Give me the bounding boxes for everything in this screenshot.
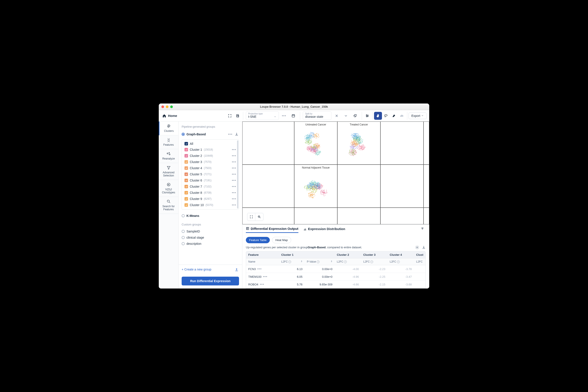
custom-group-radio[interactable]: SampleID	[182, 228, 239, 234]
subcol-l2fc[interactable]: L2FC?▲▼	[279, 258, 305, 265]
help-icon[interactable]: ?	[288, 260, 291, 263]
svg-point-921	[356, 152, 356, 152]
cluster-menu-button[interactable]: •••	[232, 166, 236, 170]
col-cluster5[interactable]: Clust	[414, 251, 426, 258]
cluster-row[interactable]: Cluster 6 (7191)•••	[183, 177, 237, 184]
splitby-expand-button[interactable]	[342, 112, 350, 120]
subcol-l2fc[interactable]: L2FC	[414, 258, 426, 265]
pan-tool-button[interactable]	[374, 112, 382, 120]
svg-point-2136	[309, 184, 309, 184]
help-icon[interactable]: ?	[397, 260, 400, 263]
plot-area[interactable]: Untreated Cancer Treated Cancer Normal A…	[242, 122, 429, 224]
cluster-menu-button[interactable]: •••	[232, 154, 236, 158]
subcol-name[interactable]: Name	[246, 258, 279, 265]
download-group-button[interactable]	[234, 132, 239, 137]
collapse-panel-button[interactable]	[420, 227, 424, 232]
home-button[interactable]: Home	[159, 114, 181, 118]
custom-group-radio[interactable]: clinical stage	[182, 234, 239, 240]
cluster-row[interactable]: Cluster 2 (10449)•••	[183, 153, 237, 159]
graph-based-radio[interactable]: Graph-Based •••	[182, 130, 239, 138]
close-window-icon[interactable]	[161, 106, 164, 108]
cluster-menu-button[interactable]: •••	[232, 148, 236, 152]
col-cluster2[interactable]: Cluster 2	[335, 251, 361, 258]
vtab-vdj[interactable]: V(D)J Clonotypes	[159, 180, 178, 197]
svg-point-860	[308, 135, 309, 135]
cluster-row[interactable]: Cluster 4 (7503)•••	[183, 165, 237, 171]
row-menu-button[interactable]: •••	[260, 282, 264, 286]
help-icon[interactable]: ?	[344, 260, 347, 263]
radio-on-icon	[182, 133, 185, 136]
projection-picker-button[interactable]	[289, 112, 297, 120]
svg-point-83	[312, 146, 312, 147]
row-menu-button[interactable]: •••	[263, 275, 267, 278]
custom-group-radio[interactable]: description	[182, 240, 239, 247]
fullscreen-button[interactable]	[226, 112, 234, 120]
cluster-menu-button[interactable]: •••	[232, 178, 236, 182]
cluster-menu-button[interactable]: •••	[232, 191, 236, 195]
filter-button[interactable]	[363, 112, 371, 120]
cluster-row[interactable]: Cluster 1 (15018)•••	[183, 146, 237, 153]
subcol-pvalue[interactable]: P-Value?▲▼	[305, 258, 335, 265]
lasso-tool-button[interactable]	[382, 112, 390, 120]
cluster-menu-button[interactable]: •••	[232, 184, 236, 188]
gear-icon[interactable]	[415, 246, 419, 250]
vtab-search[interactable]: Search for Features	[159, 197, 178, 214]
row-menu-button[interactable]: •••	[257, 267, 262, 271]
create-group-button[interactable]: + Create a new group	[182, 268, 211, 271]
splitby-select[interactable]: Split by disease state	[303, 112, 331, 120]
sort-icon[interactable]: ▲▼	[301, 260, 303, 262]
cluster-row[interactable]: Cluster 10 (5370)•••	[183, 202, 237, 208]
table-row[interactable]: FCN3 ••• 6.13 0.00e+0 -4.00 -2.23 -3.78	[246, 265, 426, 273]
pill-feature-table[interactable]: Feature Table	[246, 237, 270, 243]
tab-de-output[interactable]: Differential Expression Output	[246, 227, 299, 233]
cluster-menu-button[interactable]: •••	[232, 160, 236, 164]
sort-icon[interactable]: ▲▼	[331, 260, 333, 262]
vtab-reanalyze[interactable]: Reanalyze	[159, 149, 178, 163]
brush-tool-button[interactable]	[390, 112, 398, 120]
help-icon[interactable]: ?	[370, 260, 373, 263]
splitby-tag-button[interactable]	[351, 112, 359, 120]
subcol-l2fc[interactable]: L2FC?	[361, 258, 388, 265]
cluster-row[interactable]: Cluster 8 (6709)•••	[183, 190, 237, 196]
side-scroll[interactable]: Pipeline-generated groups Graph-Based ••…	[179, 122, 242, 264]
minimize-window-icon[interactable]	[166, 106, 168, 108]
projection-type-select[interactable]: Projection type t-SNE	[246, 112, 279, 120]
svg-point-1415	[356, 133, 356, 134]
subcol-l2fc[interactable]: L2FC?	[335, 258, 361, 265]
subcol-l2fc[interactable]: L2FC?	[388, 258, 414, 265]
svg-point-1752	[353, 152, 353, 153]
help-icon[interactable]: ?	[317, 260, 320, 263]
cluster-menu-button[interactable]: •••	[232, 203, 236, 207]
download-icon[interactable]	[422, 246, 426, 250]
col-cluster1[interactable]: Cluster 1	[279, 251, 335, 258]
col-cluster3[interactable]: Cluster 3	[361, 251, 388, 258]
vtab-clusters[interactable]: Clusters	[159, 122, 178, 135]
tab-expr-dist[interactable]: Expression Distribution	[303, 227, 345, 232]
splitby-clear-button[interactable]	[333, 112, 341, 120]
kmeans-radio[interactable]: K-Means	[182, 213, 239, 219]
upload-group-button[interactable]	[234, 267, 239, 272]
pill-heat-map[interactable]: Heat Map	[272, 237, 291, 243]
table-row[interactable]: ROBO4 ••• 5.76 9.65e-309 -4.66 -2.15 -3.…	[246, 280, 426, 288]
svg-point-2254	[313, 183, 313, 184]
svg-point-1633	[357, 146, 357, 146]
zoom-in-button[interactable]	[255, 213, 263, 220]
vtab-advanced[interactable]: Advanced Selection	[159, 163, 178, 180]
vtab-features[interactable]: Features	[159, 135, 178, 149]
export-button[interactable]: Export	[409, 112, 427, 119]
save-button[interactable]	[234, 112, 242, 120]
col-cluster4[interactable]: Cluster 4	[388, 251, 414, 258]
cluster-all-row[interactable]: All	[183, 141, 237, 146]
zoom-fit-button[interactable]	[247, 213, 255, 220]
maximize-window-icon[interactable]	[170, 106, 173, 108]
table-row[interactable]: TMEM100 ••• 6.05 0.00e+0 -4.96 -2.25 -3.…	[246, 273, 426, 280]
run-de-button[interactable]: Run Differential Expression	[182, 277, 239, 286]
cluster-menu-button[interactable]: •••	[232, 197, 236, 201]
group-menu-button[interactable]: •••	[228, 132, 232, 136]
cluster-row[interactable]: Cluster 7 (7102)•••	[183, 184, 237, 190]
cluster-row[interactable]: Cluster 3 (7570)•••	[183, 159, 237, 165]
projection-more-button[interactable]: •••	[280, 112, 288, 120]
cluster-row[interactable]: Cluster 5 (7271)•••	[183, 171, 237, 177]
cluster-menu-button[interactable]: •••	[232, 172, 236, 176]
cluster-row[interactable]: Cluster 9 (6297)•••	[183, 196, 237, 202]
